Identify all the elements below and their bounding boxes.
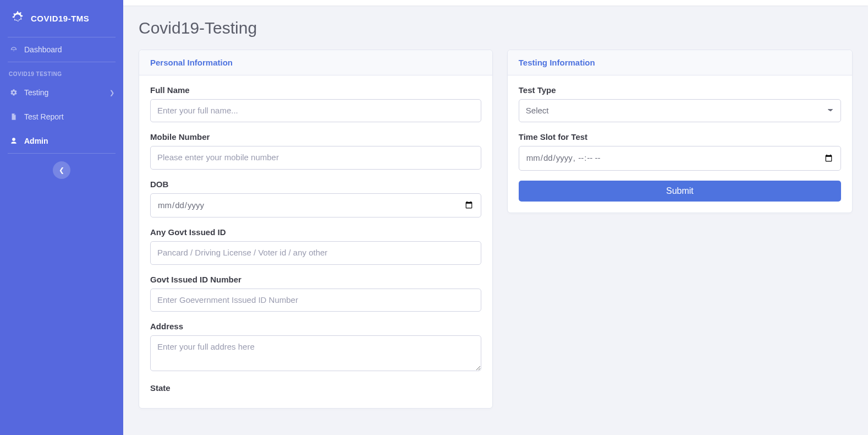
submit-button[interactable]: Submit [519, 181, 841, 202]
fullname-input[interactable] [150, 99, 481, 123]
label-state: State [150, 383, 481, 393]
dashboard-icon [9, 46, 19, 53]
testing-info-card: Testing Information Test Type Select Tim… [507, 50, 853, 213]
label-govtid: Any Govt Issued ID [150, 227, 481, 237]
chevron-left-icon: ❮ [59, 166, 64, 174]
sidebar-item-testing[interactable]: Testing ❯ [0, 80, 123, 105]
sidebar-item-admin[interactable]: Admin [0, 129, 123, 153]
label-address: Address [150, 322, 481, 331]
page-title: Covid19-Testing [139, 19, 853, 37]
page-content: Covid19-Testing Personal Information Ful… [123, 6, 868, 436]
mobile-input[interactable] [150, 146, 481, 170]
label-govtid-number: Govt Issued ID Number [150, 275, 481, 284]
address-textarea[interactable] [150, 335, 481, 371]
brand[interactable]: COVID19-TMS [0, 0, 123, 37]
brand-text: COVID19-TMS [31, 14, 89, 23]
sidebar-item-label: Testing [24, 88, 48, 97]
label-time-slot: Time Slot for Test [519, 132, 841, 142]
dob-input[interactable] [150, 193, 481, 218]
card-header-personal: Personal Information [139, 50, 492, 75]
gear-icon [9, 89, 19, 96]
label-test-type: Test Type [519, 85, 841, 95]
sidebar-item-label: Test Report [24, 112, 64, 121]
sidebar-item-test-report[interactable]: Test Report [0, 105, 123, 129]
test-type-select[interactable]: Select [519, 99, 841, 123]
sidebar-section-heading: COVID19 TESTING [0, 62, 123, 80]
label-dob: DOB [150, 180, 481, 189]
card-header-testing: Testing Information [508, 50, 852, 75]
sidebar-item-label: Dashboard [24, 45, 62, 54]
personal-info-card: Personal Information Full Name Mobile Nu… [139, 50, 493, 409]
sidebar-toggle-wrap: ❮ [0, 154, 123, 187]
label-mobile: Mobile Number [150, 132, 481, 142]
main: Covid19-Testing Personal Information Ful… [123, 0, 868, 435]
sidebar-collapse-button[interactable]: ❮ [53, 161, 70, 179]
sidebar-item-label: Admin [24, 137, 48, 145]
govtid-input[interactable] [150, 241, 481, 265]
label-fullname: Full Name [150, 85, 481, 95]
virus-icon [10, 10, 31, 27]
file-icon [9, 113, 19, 121]
topbar [123, 0, 868, 6]
sidebar-item-dashboard[interactable]: Dashboard [0, 37, 123, 62]
time-slot-input[interactable] [519, 146, 841, 171]
sidebar: COVID19-TMS Dashboard COVID19 TESTING Te… [0, 0, 123, 435]
govtid-number-input[interactable] [150, 289, 481, 312]
user-icon [9, 137, 19, 145]
chevron-right-icon: ❯ [109, 89, 114, 96]
